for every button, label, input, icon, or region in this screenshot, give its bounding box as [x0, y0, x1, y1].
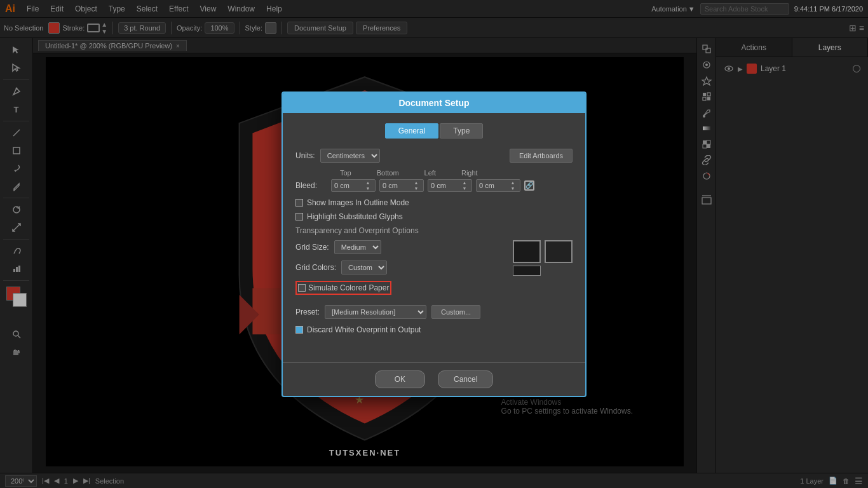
bleed-right-up[interactable]: ▲ — [508, 180, 517, 186]
document-setup-dialog: Document Setup General Type Units: Centi… — [281, 92, 587, 397]
bleed-bottom-up[interactable]: ▲ — [412, 180, 421, 186]
highlight-glyphs-checkbox[interactable] — [295, 213, 303, 220]
grid-size-select[interactable]: Medium Small Large — [334, 240, 381, 254]
grid-swatch-2[interactable] — [545, 240, 573, 263]
transparency-section-title: Transparency and Overprint Options — [295, 226, 573, 235]
bleed-left-down[interactable]: ▼ — [460, 186, 469, 191]
bleed-left-header: Left — [424, 169, 436, 177]
grid-colors-select[interactable]: Custom Light Dark — [341, 261, 387, 274]
bleed-right-input[interactable]: ▲ ▼ — [476, 179, 520, 192]
custom-button[interactable]: Custom... — [431, 305, 480, 319]
show-images-label: Show Images In Outline Mode — [307, 198, 409, 207]
bleed-left-up[interactable]: ▲ — [460, 180, 469, 186]
bleed-bottom-field[interactable] — [380, 180, 412, 191]
bleed-top-up[interactable]: ▲ — [363, 180, 372, 186]
highlight-glyphs-label: Highlight Substituted Glyphs — [307, 212, 403, 221]
ok-button[interactable]: OK — [375, 370, 425, 388]
bleed-bottom-input[interactable]: ▲ ▼ — [379, 179, 424, 192]
bleed-link-icon[interactable]: 🔗 — [524, 180, 534, 191]
bleed-bottom-down[interactable]: ▼ — [412, 186, 421, 191]
bleed-column-headers: Top Bottom Left Right — [295, 169, 573, 177]
edit-artboards-button[interactable]: Edit Artboards — [510, 149, 573, 163]
show-images-row: Show Images In Outline Mode — [295, 198, 573, 207]
show-images-checkbox[interactable] — [295, 199, 303, 207]
bleed-section: Top Bottom Left Right Bleed: ▲ ▼ — [295, 169, 573, 192]
grid-colors-label: Grid Colors: — [295, 263, 336, 272]
bleed-inputs: Bleed: ▲ ▼ ▲ ▼ — [295, 179, 573, 192]
grid-controls: Grid Size: Medium Small Large Grid Color… — [295, 240, 505, 300]
dialog-tab-general[interactable]: General — [385, 123, 439, 139]
grid-swatch-3[interactable] — [513, 266, 541, 276]
bleed-top-down[interactable]: ▼ — [363, 186, 372, 191]
bleed-top-input[interactable]: ▲ ▼ — [331, 179, 376, 192]
dialog-footer: OK Cancel — [283, 362, 585, 396]
grid-section: Grid Size: Medium Small Large Grid Color… — [295, 240, 573, 300]
bleed-right-field[interactable] — [477, 180, 508, 191]
bleed-right-header: Right — [461, 169, 478, 177]
grid-color-swatches — [513, 240, 573, 276]
discard-overprint-row: Discard White Overprint in Output — [295, 325, 573, 334]
highlight-glyphs-row: Highlight Substituted Glyphs — [295, 212, 573, 221]
dialog-title: Document Setup — [283, 93, 585, 113]
bleed-right-down[interactable]: ▼ — [508, 186, 517, 191]
dialog-tab-type[interactable]: Type — [440, 123, 483, 139]
preset-select[interactable]: [Medium Resolution] [High Resolution] [L… — [325, 305, 426, 319]
preset-row: Preset: [Medium Resolution] [High Resolu… — [295, 305, 573, 319]
bleed-top-field[interactable] — [332, 180, 363, 191]
grid-swatch-1[interactable] — [513, 240, 541, 263]
simulate-paper-checkbox[interactable] — [298, 284, 306, 292]
cancel-button[interactable]: Cancel — [438, 370, 493, 388]
bleed-top-header: Top — [340, 169, 351, 177]
dialog-overlay: Document Setup General Type Units: Centi… — [0, 0, 868, 488]
units-row: Units: Centimeters Pixels Inches Millime… — [295, 149, 573, 163]
grid-colors-row: Grid Colors: Custom Light Dark — [295, 261, 505, 274]
grid-size-row: Grid Size: Medium Small Large — [295, 240, 505, 254]
dialog-tabs: General Type — [295, 123, 573, 139]
bleed-left-input[interactable]: ▲ ▼ — [428, 179, 472, 192]
bleed-label: Bleed: — [295, 181, 327, 190]
units-label: Units: — [295, 151, 315, 160]
discard-overprint-label: Discard White Overprint in Output — [307, 325, 421, 334]
bleed-bottom-header: Bottom — [377, 169, 399, 177]
simulate-paper-row: Simulate Colored Paper — [295, 281, 505, 295]
grid-size-label: Grid Size: — [295, 243, 329, 252]
discard-overprint-checkbox[interactable] — [295, 326, 303, 334]
preset-label: Preset: — [295, 308, 320, 316]
simulate-paper-label: Simulate Colored Paper — [308, 283, 389, 292]
bleed-left-field[interactable] — [428, 180, 460, 191]
dialog-content: General Type Units: Centimeters Pixels I… — [283, 113, 585, 349]
simulate-paper-highlight: Simulate Colored Paper — [295, 281, 391, 295]
units-select[interactable]: Centimeters Pixels Inches Millimeters Po… — [320, 149, 380, 163]
